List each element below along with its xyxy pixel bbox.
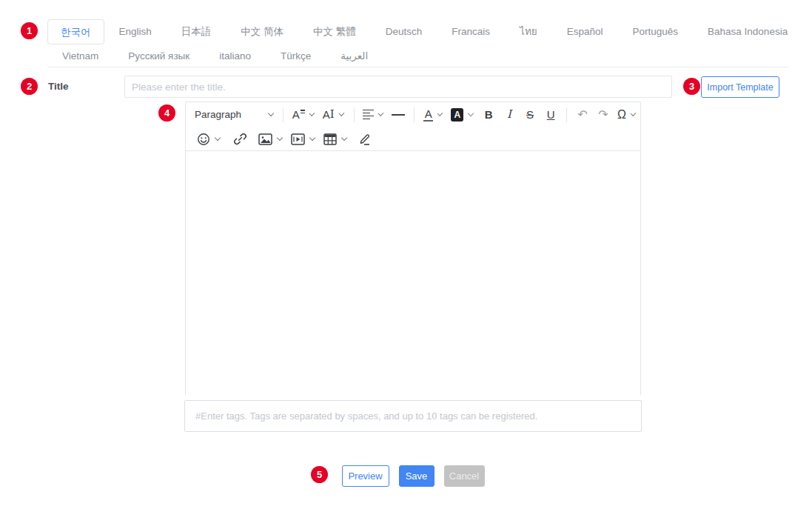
toolbar-separator xyxy=(354,107,355,122)
language-tab-arabic[interactable]: العربية xyxy=(326,45,383,67)
table-dropdown[interactable] xyxy=(321,130,350,149)
toolbar-separator xyxy=(414,107,415,122)
import-template-button[interactable]: Import Template xyxy=(701,76,779,98)
redo-icon: ↷ xyxy=(598,109,608,121)
chevron-down-icon xyxy=(468,110,474,116)
language-tab-korean[interactable]: 한국어 xyxy=(47,19,104,44)
editor-content-area[interactable] xyxy=(186,151,640,396)
horizontal-rule-button[interactable] xyxy=(389,105,407,124)
action-buttons: Preview Save Cancel xyxy=(185,465,641,487)
language-tab-thai[interactable]: ไทย xyxy=(505,19,552,44)
language-tab-portugues[interactable]: Português xyxy=(618,19,694,44)
cancel-button[interactable]: Cancel xyxy=(444,465,485,487)
video-icon xyxy=(291,133,305,145)
language-tabs-row2: Vietnam Русский язык italiano Türkçe الع… xyxy=(47,45,383,67)
emoji-dropdown[interactable] xyxy=(195,130,224,149)
post-editor-page: 1 2 3 4 5 한국어 English 日本語 中文 简体 中文 繁體 De… xyxy=(0,0,812,509)
text-color-letter: A xyxy=(425,108,432,119)
underline-button[interactable]: U xyxy=(542,105,560,124)
language-tab-chinese-simplified[interactable]: 中文 简体 xyxy=(226,19,298,44)
link-icon xyxy=(234,133,246,145)
redo-button[interactable]: ↷ xyxy=(594,105,612,124)
emoji-icon xyxy=(197,133,210,146)
title-label: Title xyxy=(48,76,69,98)
italic-button[interactable]: I xyxy=(500,105,518,124)
step-badge-2: 2 xyxy=(21,78,38,95)
preview-button[interactable]: Preview xyxy=(342,465,389,487)
undo-button[interactable]: ↶ xyxy=(574,105,591,124)
save-button[interactable]: Save xyxy=(399,465,434,487)
font-size-marks-icon xyxy=(301,110,305,113)
text-color-icon: A xyxy=(423,108,433,122)
toolbar-separator xyxy=(566,107,567,122)
step-badge-5: 5 xyxy=(311,466,328,483)
language-tab-italiano[interactable]: italiano xyxy=(204,45,266,67)
paragraph-style-select[interactable]: Paragraph xyxy=(193,105,278,124)
special-character-dropdown[interactable]: Ω xyxy=(615,105,639,124)
bold-icon: B xyxy=(485,109,493,120)
highlight-pen-button[interactable] xyxy=(356,130,374,149)
table-icon xyxy=(323,133,337,145)
language-tab-chinese-traditional[interactable]: 中文 繁體 xyxy=(298,19,371,44)
language-tab-japanese[interactable]: 日本語 xyxy=(167,19,227,44)
language-tab-russian[interactable]: Русский язык xyxy=(113,45,204,67)
paragraph-style-label: Paragraph xyxy=(195,109,241,120)
step-badge-3: 3 xyxy=(683,78,700,95)
editor-toolbar: Paragraph A A I xyxy=(186,102,640,151)
tags-input[interactable] xyxy=(184,400,642,432)
italic-icon: I xyxy=(507,109,511,120)
horizontal-rule-icon xyxy=(392,114,405,116)
image-dropdown[interactable] xyxy=(256,130,286,149)
image-icon xyxy=(258,133,272,145)
strikethrough-button[interactable]: S xyxy=(521,105,539,124)
language-tab-vietnam[interactable]: Vietnam xyxy=(47,45,113,67)
language-tabs-row1: 한국어 English 日本語 中文 简体 中文 繁體 Deutsch Fran… xyxy=(47,19,802,44)
align-left-icon xyxy=(363,110,374,120)
chevron-down-icon xyxy=(268,110,274,116)
font-scale-dropdown[interactable]: A I xyxy=(321,105,347,124)
language-tab-bahasa-indonesia[interactable]: Bahasa Indonesia xyxy=(693,19,802,44)
toolbar-row-2 xyxy=(186,127,640,151)
chevron-down-icon xyxy=(341,135,347,141)
toolbar-separator xyxy=(283,107,283,122)
font-scale-i-icon: I xyxy=(330,109,335,120)
step-badge-4: 4 xyxy=(158,104,175,122)
bold-button[interactable]: B xyxy=(480,105,497,124)
language-tab-espanol[interactable]: Español xyxy=(552,19,618,44)
link-button[interactable] xyxy=(231,130,249,149)
chevron-down-icon xyxy=(215,135,221,141)
language-tab-francais[interactable]: Francais xyxy=(437,19,505,44)
font-size-dropdown[interactable]: A xyxy=(290,105,318,124)
font-scale-icon: A xyxy=(323,109,330,120)
chevron-down-icon xyxy=(631,110,637,116)
tabs-divider xyxy=(48,67,788,67)
chevron-down-icon xyxy=(309,135,315,141)
strikethrough-icon: S xyxy=(526,109,534,120)
chevron-down-icon xyxy=(309,110,315,116)
underline-icon: U xyxy=(547,109,555,120)
undo-icon: ↶ xyxy=(577,109,587,121)
omega-icon: Ω xyxy=(617,109,626,121)
language-tab-english[interactable]: English xyxy=(104,19,167,44)
font-size-icon: A xyxy=(292,109,300,120)
text-color-dropdown[interactable]: A xyxy=(421,105,446,124)
rich-text-editor: Paragraph A A I xyxy=(185,102,641,396)
chevron-down-icon xyxy=(437,110,443,116)
text-align-dropdown[interactable] xyxy=(360,105,386,124)
language-tab-turkce[interactable]: Türkçe xyxy=(266,45,326,67)
chevron-down-icon xyxy=(378,110,384,116)
highlight-color-dropdown[interactable]: A xyxy=(449,105,477,124)
title-input[interactable] xyxy=(124,76,672,98)
highlight-color-icon: A xyxy=(451,108,463,122)
chevron-down-icon xyxy=(277,135,283,141)
chevron-down-icon xyxy=(338,110,344,116)
step-badge-1: 1 xyxy=(21,22,38,39)
language-tab-deutsch[interactable]: Deutsch xyxy=(371,19,437,44)
toolbar-row-1: Paragraph A A I xyxy=(186,102,640,127)
pencil-icon xyxy=(359,133,372,145)
video-dropdown[interactable] xyxy=(289,130,318,149)
